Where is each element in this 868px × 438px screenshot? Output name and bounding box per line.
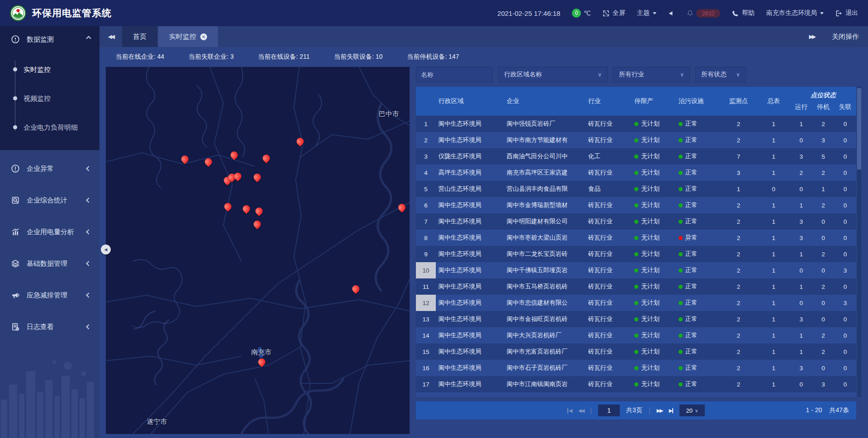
sidebar-item-6[interactable]: 日志查看 — [0, 314, 99, 340]
row-index: 18 — [416, 392, 436, 397]
cell-industry: 砖瓦行业 — [585, 262, 632, 278]
chevron-left-icon: ◀ — [104, 247, 108, 252]
status-dot — [679, 122, 683, 126]
last-page-button[interactable]: ▶ — [669, 408, 673, 414]
fullscreen-icon — [603, 10, 609, 17]
sidebar-subitem-2[interactable]: 企业电力负荷明细 — [0, 113, 99, 142]
sidebar-item-1[interactable]: 企业异常 — [0, 155, 99, 182]
table-row[interactable]: 4 高坪生态环境局 南充市高坪区王家店建 砖瓦行业 无计划 正常 3 1 2 2… — [416, 165, 856, 181]
cell-region: 阆中生态环境局 — [436, 116, 504, 132]
table-row[interactable]: 12 阆中生态环境局 阆中市忠信建材有限公 砖瓦行业 无计划 正常 2 1 0 … — [416, 295, 856, 311]
table-row[interactable]: 8 阆中生态环境局 阆中市枣碧大梁山页岩 砖瓦行业 无计划 异常 2 1 3 0… — [416, 230, 856, 246]
cell-company: 阆中市光富页岩机砖厂 — [504, 344, 585, 360]
cell-industry: 砖瓦行业 — [585, 197, 632, 213]
status-dot — [634, 350, 638, 354]
cell-offline: 0 — [834, 376, 856, 392]
city-label: 遂宁市 — [146, 418, 167, 426]
table-row[interactable]: 7 阆中生态环境局 阆中明阳建材有限公司 砖瓦行业 无计划 正常 2 1 3 0… — [416, 213, 856, 230]
tab-scroll-right-button[interactable]: ▶▶ — [809, 33, 815, 40]
page-size-select[interactable]: 20 ∨ — [679, 405, 705, 416]
table-row[interactable]: 6 阆中生态环境局 阆中市金博瑞新型墙材 砖瓦行业 无计划 正常 2 1 1 2… — [416, 197, 856, 213]
stats-bar: 当前在线企业: 44当前失联企业: 3当前在线设备: 211当前失联设备: 10… — [99, 47, 868, 67]
table-row[interactable]: 15 阆中生态环境局 阆中市光富页岩机砖厂 砖瓦行业 无计划 正常 2 1 1 … — [416, 344, 856, 360]
cell-industry: 砖瓦行业 — [585, 132, 632, 148]
status-dot — [679, 155, 683, 159]
cell-facility-status: 正常 — [676, 213, 720, 230]
map-panel[interactable]: 巴中市南充市遂宁市 ◀ — [106, 67, 410, 434]
table-row[interactable]: 11 阆中生态环境局 阆中市五马桥页岩机砖 砖瓦行业 无计划 正常 2 1 1 … — [416, 278, 856, 295]
table-row[interactable]: 1 阆中生态环境局 阆中强锐页岩砖厂 砖瓦行业 无计划 正常 2 1 1 2 0 — [416, 116, 856, 132]
table-row[interactable]: 13 阆中生态环境局 阆中市金福旺页岩机砖 砖瓦行业 无计划 正常 2 1 3 … — [416, 311, 856, 327]
cell-company: 阆中市石子页岩机砖厂 — [504, 360, 585, 376]
row-index: 12 — [416, 295, 436, 311]
sidebar-item-2[interactable]: 企业综合统计 — [0, 187, 99, 213]
cell-industry: 食品 — [585, 181, 632, 197]
stat-item: 当前失联企业: 3 — [189, 53, 234, 61]
table-row[interactable]: 17 阆中生态环境局 阆中市江南镇阆南页岩 砖瓦行业 无计划 正常 2 1 0 … — [416, 376, 856, 392]
name-filter-input[interactable] — [416, 67, 493, 82]
table-row[interactable]: 3 仪陇生态环境局 西南油气田分公司川中 化工 无计划 正常 7 1 3 5 0 — [416, 148, 856, 165]
cell-stopped: 0 — [812, 213, 835, 230]
table-row[interactable]: 18 南部生态环境局 南部县珠华山沙石有限 建材加工 无计划 正常 6 0 0 … — [416, 392, 856, 397]
next-page-button[interactable]: ▶▶ — [657, 408, 663, 414]
sidebar-subitem-1[interactable]: 视频监控 — [0, 84, 99, 113]
row-index: 1 — [416, 116, 436, 132]
status-dot — [679, 334, 683, 338]
double-right-arrow-icon: ▶▶ — [657, 408, 663, 414]
cell-industry: 砖瓦行业 — [585, 344, 632, 360]
cell-total-meter: 1 — [757, 165, 790, 181]
cell-stop-status: 无计划 — [632, 344, 675, 360]
cell-stop-status: 无计划 — [632, 132, 675, 148]
close-operations-button[interactable]: 关闭操作 — [832, 33, 859, 41]
tab-0[interactable]: 首页 — [122, 26, 157, 47]
table-row[interactable]: 14 阆中生态环境局 阆中大兴页岩机砖厂 砖瓦行业 无计划 正常 2 1 1 2… — [416, 327, 856, 344]
status-filter-select[interactable]: 所有状态 ∨ — [695, 67, 746, 82]
cell-facility-status: 异常 — [676, 230, 720, 246]
cell-facility-status: 正常 — [676, 197, 720, 213]
sidebar-item-4[interactable]: 基础数据管理 — [0, 250, 99, 277]
sidebar-item-0[interactable]: 数据监测 — [0, 26, 99, 52]
sidebar-item-5[interactable]: 应急减排管理 — [0, 282, 99, 308]
theme-dropdown[interactable]: 主题 — [637, 9, 656, 17]
region-filter-select[interactable]: 行政区域名称 ∨ — [498, 67, 608, 82]
cell-stopped: 3 — [812, 132, 835, 148]
cell-stopped: 3 — [812, 376, 835, 392]
cell-stop-status: 无计划 — [632, 165, 675, 181]
notifications-button[interactable]: 2632 — [687, 9, 720, 18]
tab-scroll-left-button[interactable]: ◀◀ — [99, 26, 122, 47]
org-dropdown[interactable]: 南充市生态环境局 — [766, 9, 824, 17]
table-row[interactable]: 16 阆中生态环境局 阆中市石子页岩机砖厂 砖瓦行业 无计划 正常 2 1 3 … — [416, 360, 856, 376]
cell-stop-status: 无计划 — [632, 148, 675, 165]
prev-page-button[interactable]: ◀◀ — [578, 408, 584, 414]
bell-icon — [687, 9, 693, 17]
temperature-unit: ℃ — [584, 9, 591, 17]
first-page-button[interactable]: ◀ — [567, 408, 571, 414]
page-number-input[interactable] — [598, 405, 620, 416]
cell-stop-status: 无计划 — [632, 181, 675, 197]
table-scrollbar[interactable] — [857, 87, 861, 397]
tab-close-icon[interactable]: ✕ — [200, 33, 207, 40]
range-label: 1 - 20 — [806, 406, 822, 414]
cell-facility-status: 正常 — [676, 311, 720, 327]
status-dot — [679, 350, 683, 354]
status-dot — [634, 220, 638, 224]
map-collapse-button[interactable]: ◀ — [101, 245, 111, 254]
cell-total-meter: 1 — [757, 311, 790, 327]
table-row[interactable]: 2 阆中生态环境局 阆中市南方节能建材有 砖瓦行业 无计划 正常 2 1 0 3… — [416, 132, 856, 148]
table-row[interactable]: 9 阆中生态环境局 阆中市二龙长宝页岩砖 砖瓦行业 无计划 正常 2 1 1 2… — [416, 246, 856, 262]
sidebar-subitem-0[interactable]: 实时监控 — [0, 55, 99, 84]
table-row[interactable]: 10 阆中生态环境局 阆中千佛镇五郎垭页岩 砖瓦行业 无计划 正常 2 1 0 … — [416, 262, 856, 278]
cell-industry: 砖瓦行业 — [585, 165, 632, 181]
cell-region: 阆中生态环境局 — [436, 327, 504, 344]
filter-bar: 行政区域名称 ∨ 所有行业 ∨ 所有状态 ∨ — [416, 67, 856, 82]
sidebar-item-3[interactable]: 企业用电量分析 — [0, 219, 99, 245]
cell-total-meter: 1 — [757, 132, 790, 148]
logout-button[interactable]: 退出 — [835, 9, 858, 17]
tab-1[interactable]: 实时监控 ✕ — [158, 26, 218, 47]
cell-stop-status: 无计划 — [632, 230, 675, 246]
mute-button[interactable] — [668, 10, 675, 17]
fullscreen-button[interactable]: 全屏 — [603, 9, 625, 17]
table-row[interactable]: 5 营山生态环境局 营山县润丰肉食品有限 食品 无计划 正常 1 0 0 1 0 — [416, 181, 856, 197]
help-button[interactable]: 帮助 — [732, 9, 755, 17]
industry-filter-select[interactable]: 所有行业 ∨ — [613, 67, 690, 82]
